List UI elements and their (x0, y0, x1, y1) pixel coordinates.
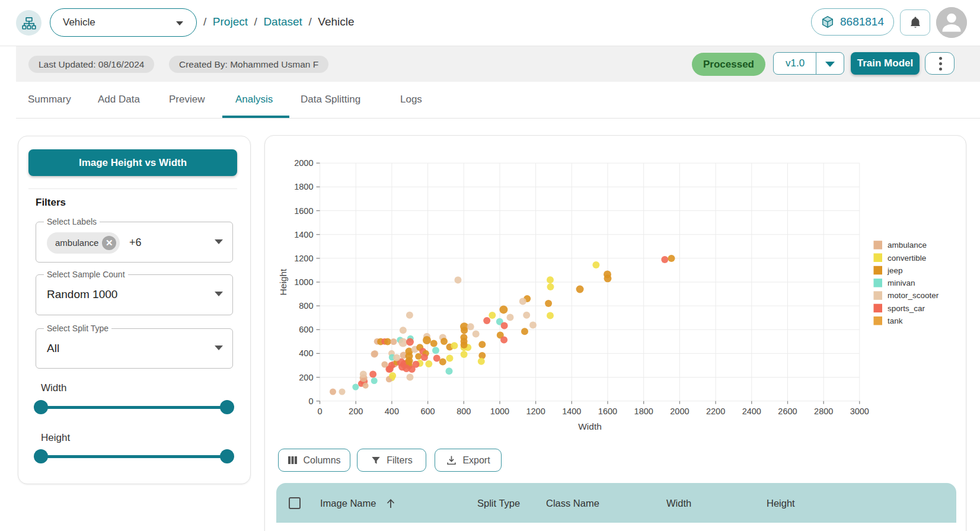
svg-text:0: 0 (317, 407, 322, 416)
svg-text:2000: 2000 (670, 407, 689, 416)
svg-text:Height: Height (278, 268, 288, 295)
svg-text:1400: 1400 (562, 407, 581, 416)
svg-text:1200: 1200 (526, 407, 545, 416)
svg-text:Width: Width (578, 421, 602, 431)
svg-text:600: 600 (299, 325, 313, 334)
svg-text:0: 0 (308, 396, 313, 406)
svg-text:200: 200 (299, 373, 313, 382)
svg-text:motor_scooter: motor_scooter (888, 291, 939, 300)
svg-text:1800: 1800 (294, 182, 313, 191)
svg-text:1800: 1800 (634, 407, 653, 416)
svg-text:1600: 1600 (598, 407, 617, 416)
svg-text:tank: tank (888, 316, 903, 325)
svg-text:2200: 2200 (706, 407, 725, 416)
svg-text:minivan: minivan (888, 279, 915, 287)
svg-text:800: 800 (299, 301, 313, 311)
svg-text:jeep: jeep (887, 266, 903, 275)
svg-text:600: 600 (420, 407, 435, 416)
svg-text:400: 400 (385, 407, 399, 416)
svg-text:2400: 2400 (742, 407, 761, 416)
svg-text:1000: 1000 (294, 277, 313, 287)
svg-text:800: 800 (457, 407, 471, 416)
svg-text:400: 400 (299, 348, 313, 358)
svg-text:2000: 2000 (294, 158, 313, 168)
svg-text:1600: 1600 (294, 206, 313, 216)
svg-text:200: 200 (349, 407, 363, 416)
svg-text:ambulance: ambulance (888, 241, 927, 249)
svg-text:1000: 1000 (490, 407, 509, 416)
svg-text:2800: 2800 (814, 407, 833, 416)
svg-text:1400: 1400 (294, 230, 313, 239)
svg-text:1200: 1200 (294, 254, 313, 263)
svg-text:convertible: convertible (888, 254, 926, 263)
svg-text:sports_car: sports_car (888, 304, 925, 313)
svg-text:3000: 3000 (850, 407, 869, 416)
svg-text:2600: 2600 (778, 407, 797, 416)
